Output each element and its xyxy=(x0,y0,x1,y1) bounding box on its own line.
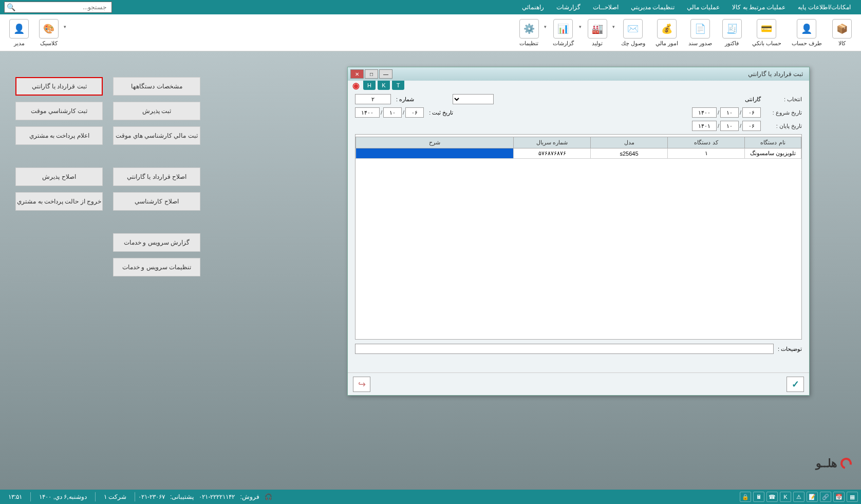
menu-mgmt-settings[interactable]: تنظیمات مدیریتي xyxy=(625,4,681,11)
brand-logo-icon xyxy=(838,456,854,471)
label-reg-date: تاریخ ثبت : xyxy=(424,109,455,116)
toolbar-user[interactable]: 👤مدیر xyxy=(4,17,34,49)
dialog-footer: ↪ ✓ xyxy=(348,372,809,395)
table-row[interactable]: تلویزیون سامسونگ ۱ s25645 ۵۷۶۸۷۶۸۷۶ xyxy=(356,148,801,159)
menu-financial-ops[interactable]: عملیات مالي xyxy=(681,4,726,11)
btn-register-reception[interactable]: ثبت پذیرش xyxy=(113,102,200,120)
status-grid-icon[interactable]: ▦ xyxy=(847,492,858,502)
invoice-icon: 🧾 xyxy=(722,19,742,39)
btn-temp-expert-finance[interactable]: ثبت مالي کارشناسي هاي موقت xyxy=(113,126,200,145)
status-time: ۱۳:۵۱ xyxy=(8,493,22,500)
start-month-input[interactable] xyxy=(720,107,739,118)
goods-icon: 📦 xyxy=(832,19,852,39)
btn-temp-expert[interactable]: ثبت کارشناسي موقت xyxy=(15,102,103,120)
confirm-button[interactable]: ✓ xyxy=(787,377,804,392)
status-k-icon[interactable]: K xyxy=(780,492,791,502)
maximize-button[interactable]: □ xyxy=(365,69,378,79)
reg-year-input[interactable] xyxy=(355,107,380,118)
status-note-icon[interactable]: 📝 xyxy=(807,492,818,502)
th-device-name[interactable]: نام دستگاه xyxy=(745,137,801,148)
cell-desc[interactable] xyxy=(356,148,514,159)
tab-h[interactable]: H xyxy=(363,81,376,90)
btn-device-specs[interactable]: مشخصات دستگاهها xyxy=(113,77,200,96)
person-icon: 👤 xyxy=(797,19,816,39)
cell-device-code: ۱ xyxy=(668,148,745,159)
status-lock-icon[interactable]: 🔒 xyxy=(740,492,751,502)
toolbar-cheque[interactable]: ✉️وصول چك xyxy=(616,17,650,49)
minimize-button[interactable]: — xyxy=(379,69,392,79)
menu-goods-ops[interactable]: عملیات مرتبط به کالا xyxy=(726,4,792,11)
status-calendar-icon[interactable]: 📅 xyxy=(833,492,845,502)
th-device-code[interactable]: کد دستگاه xyxy=(668,137,745,148)
action-panel: مشخصات دستگاهها ثبت پذیرش ثبت مالي کارشن… xyxy=(15,77,200,276)
status-link-icon[interactable]: 🔗 xyxy=(820,492,831,502)
selection-dropdown[interactable] xyxy=(453,94,494,104)
menu-reports[interactable]: گزارشات xyxy=(550,4,587,11)
status-bar: ▦ 📅 🔗 📝 ⚠ K ☎ 🖩 🔒 🎧 فروش: ۰۲۱-۲۲۲۲۱۱۴۲ پ… xyxy=(0,490,861,504)
close-button[interactable]: ✕ xyxy=(350,69,364,79)
status-icons: ▦ 📅 🔗 📝 ⚠ K ☎ 🖩 🔒 xyxy=(740,492,858,502)
main-toolbar: 📦کالا 👤طرف حساب 💳حساب بانکي 🧾فاکتور 📄صدو… xyxy=(0,14,861,51)
exit-button[interactable]: ↪ xyxy=(353,377,370,392)
th-model[interactable]: مدل xyxy=(591,137,668,148)
toolbar-production[interactable]: ▾🏭تولید xyxy=(583,17,616,49)
th-desc[interactable]: شرح xyxy=(356,137,514,148)
btn-exit-payment-mode[interactable]: خروج از حالت پرداخت به مشتري xyxy=(15,192,103,211)
end-year-input[interactable] xyxy=(692,121,717,131)
label-selection: انتخاب : xyxy=(761,96,802,103)
document-icon: 📄 xyxy=(690,19,710,39)
btn-edit-reception[interactable]: اصلاح پذیرش xyxy=(15,167,103,186)
toolbar-invoice[interactable]: 🧾فاکتور xyxy=(717,17,747,49)
status-support-label: پشتیبانی: xyxy=(170,493,194,500)
number-input[interactable] xyxy=(355,94,391,104)
start-year-input[interactable] xyxy=(692,107,717,118)
tab-t[interactable]: T xyxy=(392,81,404,90)
tab-k[interactable]: K xyxy=(378,81,390,90)
btn-service-report[interactable]: گزارش سرویس و خدمات xyxy=(113,233,200,252)
toolbar-theme[interactable]: ▾🎨کلاسیک xyxy=(34,17,67,49)
toolbar-reports[interactable]: ▾📊گزارشات xyxy=(548,17,583,49)
label-end-date: تاریخ پایان : xyxy=(761,123,802,129)
cell-serial: ۵۷۶۸۷۶۸۷۶ xyxy=(514,148,591,159)
search-icon[interactable]: 🔍 xyxy=(5,3,17,11)
reg-date-field: / / xyxy=(355,107,424,118)
start-day-input[interactable] xyxy=(742,107,761,118)
toolbar-bank-account[interactable]: 💳حساب بانکي xyxy=(747,17,787,49)
production-icon: 🏭 xyxy=(588,19,607,39)
brand-name: هلــو xyxy=(816,457,837,470)
search-box: 🔍 xyxy=(4,2,112,13)
menu-base-info[interactable]: امکانات/اطلاعات پایه xyxy=(792,4,857,11)
menu-help[interactable]: راهنمائي xyxy=(516,4,550,11)
btn-edit-contract[interactable]: اصلاح قرارداد یا گارانتي xyxy=(113,167,200,186)
table-scroll[interactable]: نام دستگاه کد دستگاه مدل شماره سریال شرح… xyxy=(355,134,802,340)
reg-month-input[interactable] xyxy=(383,107,402,118)
start-date-field: / / xyxy=(692,107,761,118)
app-logo-icon: ◉ xyxy=(351,81,361,90)
status-phone-icon[interactable]: ☎ xyxy=(766,492,778,502)
finance-icon: 💰 xyxy=(657,19,677,39)
reg-day-input[interactable] xyxy=(405,107,424,118)
description-input[interactable] xyxy=(355,344,774,354)
btn-edit-expert[interactable]: اصلاح کارشناسي xyxy=(113,192,200,211)
end-day-input[interactable] xyxy=(742,121,761,131)
btn-service-settings[interactable]: تنظیمات سرویس و خدمات xyxy=(113,258,200,276)
devices-table: نام دستگاه کد دستگاه مدل شماره سریال شرح… xyxy=(355,137,801,159)
status-alert-icon[interactable]: ⚠ xyxy=(793,492,804,502)
toolbar-settings[interactable]: ▾⚙️تنظیمات xyxy=(514,17,548,49)
status-calc-icon[interactable]: 🖩 xyxy=(753,492,764,502)
status-sales-label: فروش: xyxy=(240,493,259,500)
toolbar-goods[interactable]: 📦کالا xyxy=(827,17,857,49)
btn-notify-payment[interactable]: اعلام پرداخت به مشتري xyxy=(15,126,103,145)
end-month-input[interactable] xyxy=(720,121,739,131)
cheque-icon: ✉️ xyxy=(623,19,643,39)
toolbar-account-party[interactable]: 👤طرف حساب xyxy=(787,17,827,49)
dialog-body: انتخاب : گارانتی شماره : تاریخ شروع : / … xyxy=(348,90,809,358)
search-input[interactable] xyxy=(17,4,109,11)
btn-register-contract[interactable]: ثبت قرارداد یا گارانتي xyxy=(15,77,103,96)
toolbar-finance[interactable]: 💰امور مالي xyxy=(650,17,683,49)
top-menu-bar: امکانات/اطلاعات پایه عملیات مرتبط به کال… xyxy=(0,0,861,14)
toolbar-issue-doc[interactable]: 📄صدور سند xyxy=(683,17,717,49)
bank-icon: 💳 xyxy=(757,19,776,39)
menu-corrections[interactable]: اصلاحــات xyxy=(587,4,625,11)
th-serial[interactable]: شماره سریال xyxy=(514,137,591,148)
